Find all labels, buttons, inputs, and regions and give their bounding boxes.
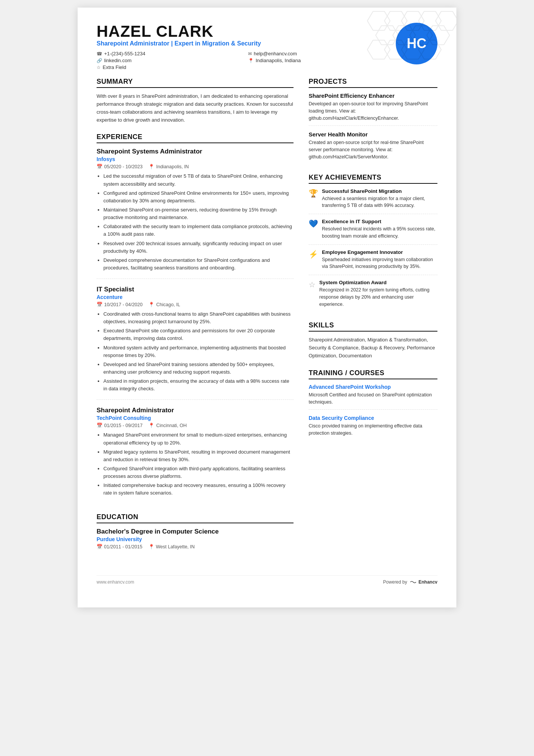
summary-title: SUMMARY	[97, 78, 294, 88]
star-icon: ☆	[97, 65, 101, 70]
bullet-item: Collaborated with the security team to i…	[103, 223, 294, 238]
calendar-icon-edu: 📅	[97, 544, 103, 549]
skills-title: SKILLS	[309, 321, 437, 332]
edu-school-1: Purdue University	[97, 536, 294, 542]
summary-section: SUMMARY With over 8 years in SharePoint …	[97, 78, 294, 124]
left-column: SUMMARY With over 8 years in SharePoint …	[97, 78, 294, 563]
enhancv-symbol	[409, 580, 417, 584]
training-section: TRAINING / COURSES Advanced SharePoint W…	[309, 369, 437, 441]
job-meta-1: 📅 05/2020 - 10/2023 📍 Indianapolis, IN	[97, 164, 294, 169]
achievement-icon-2: 💙	[309, 219, 318, 228]
job-location-1: 📍 Indianapolis, IN	[148, 164, 189, 169]
job-title-1: Sharepoint Systems Administrator	[97, 148, 294, 155]
bullet-item: Maintained SharePoint on-premise servers…	[103, 206, 294, 221]
header-left: HAZEL CLARK Sharepoint Administrator | E…	[97, 23, 384, 70]
project-name-1: SharePoint Efficiency Enhancer	[309, 92, 437, 99]
location-icon: 📍	[248, 58, 254, 63]
bullet-item: Coordinated with cross-functional teams …	[103, 310, 294, 326]
location-icon-edu: 📍	[148, 544, 155, 549]
job-item-2: IT Specialist Accenture 📅 10/2017 - 04/2…	[97, 286, 294, 400]
achievement-item-2: 💙 Excellence in IT Support Resolved tech…	[309, 219, 437, 245]
projects-section: PROJECTS SharePoint Efficiency Enhancer …	[309, 78, 437, 164]
education-title: EDUCATION	[97, 513, 294, 523]
achievement-title-4: System Optimization Award	[319, 280, 437, 285]
achievement-icon-1: 🏆	[309, 189, 318, 198]
job-location-2: 📍 Chicago, IL	[148, 302, 180, 307]
experience-title: EXPERIENCE	[97, 133, 294, 143]
project-desc-2: Created an open-source script for real-t…	[309, 139, 437, 160]
achievement-item-3: ⚡ Employee Engagement Innovator Spearhea…	[309, 249, 437, 275]
footer-website: www.enhancv.com	[97, 579, 134, 585]
contact-list: ☎ +1-(234)-555-1234 ✉ help@enhancv.com 🔗…	[97, 51, 384, 70]
edu-location-1: 📍 West Lafayette, IN	[148, 544, 195, 549]
svg-marker-4	[436, 11, 456, 30]
job-item-1: Sharepoint Systems Administrator Infosys…	[97, 148, 294, 279]
job-date-2: 📅 10/2017 - 04/2020	[97, 302, 142, 307]
training-name-1: Advanced SharePoint Workshop	[309, 384, 437, 390]
skills-text: Sharepoint Administration, Migration & T…	[309, 336, 437, 360]
achievement-content-3: Employee Engagement Innovator Spearheade…	[322, 249, 437, 271]
training-title: TRAINING / COURSES	[309, 369, 437, 379]
resume-page: HAZEL CLARK Sharepoint Administrator | E…	[78, 8, 456, 607]
candidate-name: HAZEL CLARK	[97, 23, 384, 40]
job-location-3: 📍 Cincinnati, OH	[148, 423, 187, 428]
achievement-content-1: Successful SharePoint Migration Achieved…	[322, 188, 437, 210]
achievement-desc-4: Recognized in 2022 for system tuning eff…	[319, 286, 437, 308]
education-section: EDUCATION Bachelor's Degree in Computer …	[97, 513, 294, 555]
bullet-item: Developed comprehensive documentation fo…	[103, 257, 294, 272]
bullet-item: Initiated comprehensive backup and recov…	[103, 482, 294, 497]
link-icon: 🔗	[97, 58, 102, 63]
contact-linkedin: 🔗 linkedin.com	[97, 58, 233, 63]
job-title-3: Sharepoint Administrator	[97, 407, 294, 414]
project-item-2: Server Health Monitor Created an open-so…	[309, 131, 437, 164]
job-company-3: TechPoint Consulting	[97, 415, 294, 421]
job-date-1: 📅 05/2020 - 10/2023	[97, 164, 142, 169]
training-name-2: Data Security Compliance	[309, 415, 437, 421]
right-column: PROJECTS SharePoint Efficiency Enhancer …	[309, 78, 437, 563]
training-item-1: Advanced SharePoint Workshop Microsoft C…	[309, 384, 437, 410]
achievements-title: KEY ACHIEVEMENTS	[309, 174, 437, 184]
contact-phone: ☎ +1-(234)-555-1234	[97, 51, 233, 56]
calendar-icon-3: 📅	[97, 423, 103, 428]
achievement-icon-3: ⚡	[309, 250, 318, 259]
contact-location: 📍 Indianapolis, Indiana	[248, 58, 384, 63]
skills-section: SKILLS Sharepoint Administration, Migrat…	[309, 321, 437, 360]
email-icon: ✉	[248, 51, 252, 56]
bullet-item: Configured and optimized SharePoint Onli…	[103, 189, 294, 205]
location-icon-3: 📍	[148, 423, 155, 428]
project-item-1: SharePoint Efficiency Enhancer Developed…	[309, 92, 437, 126]
edu-date-1: 📅 01/2011 - 01/2015	[97, 544, 142, 549]
job-item-3: Sharepoint Administrator TechPoint Consu…	[97, 407, 294, 504]
achievement-item-4: ☆ System Optimization Award Recognized i…	[309, 280, 437, 312]
location-icon-1: 📍	[148, 164, 155, 169]
achievement-desc-3: Spearheaded initiatives improving team c…	[322, 256, 437, 271]
job-bullets-2: Coordinated with cross-functional teams …	[97, 310, 294, 393]
training-item-2: Data Security Compliance Cisco provided …	[309, 415, 437, 441]
bullet-item: Managed SharePoint environment for small…	[103, 431, 294, 446]
bullet-item: Resolved over 200 technical issues annua…	[103, 240, 294, 255]
training-desc-2: Cisco provided training on implementing …	[309, 423, 437, 437]
location-icon-2: 📍	[148, 302, 155, 307]
avatar: HC	[396, 23, 437, 64]
achievement-desc-2: Resolved technical incidents with a 95% …	[322, 225, 437, 240]
job-meta-2: 📅 10/2017 - 04/2020 📍 Chicago, IL	[97, 302, 294, 307]
bullet-item: Developed and led SharePoint training se…	[103, 361, 294, 376]
bullet-item: Assisted in migration projects, ensuring…	[103, 377, 294, 393]
project-name-2: Server Health Monitor	[309, 131, 437, 138]
bullet-item: Executed SharePoint site configurations …	[103, 327, 294, 342]
job-company-2: Accenture	[97, 294, 294, 300]
training-desc-1: Microsoft Certified and focused on Share…	[309, 391, 437, 406]
achievement-title-2: Excellence in IT Support	[322, 219, 437, 224]
experience-section: EXPERIENCE Sharepoint Systems Administra…	[97, 133, 294, 504]
candidate-title: Sharepoint Administrator | Expert in Mig…	[97, 40, 384, 47]
project-desc-1: Developed an open-source tool for improv…	[309, 100, 437, 122]
bullet-item: Led the successful migration of over 5 T…	[103, 172, 294, 188]
header: HAZEL CLARK Sharepoint Administrator | E…	[97, 23, 437, 70]
job-bullets-1: Led the successful migration of over 5 T…	[97, 172, 294, 272]
job-meta-3: 📅 01/2015 - 09/2017 📍 Cincinnati, OH	[97, 423, 294, 428]
job-date-3: 📅 01/2015 - 09/2017	[97, 423, 142, 428]
achievement-desc-1: Achieved a seamless migration for a majo…	[322, 195, 437, 210]
phone-icon: ☎	[97, 51, 102, 56]
achievements-section: KEY ACHIEVEMENTS 🏆 Successful SharePoint…	[309, 174, 437, 313]
job-bullets-3: Managed SharePoint environment for small…	[97, 431, 294, 497]
